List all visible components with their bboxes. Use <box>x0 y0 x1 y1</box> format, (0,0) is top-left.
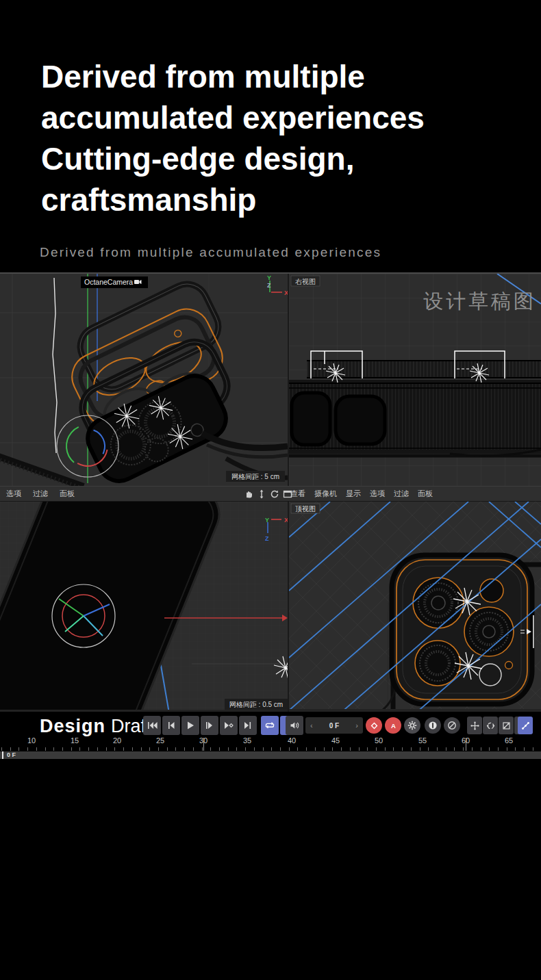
rotation-record-icon <box>447 721 457 730</box>
viewport-right-view[interactable]: 设计草稿图 右视图 <box>289 274 541 486</box>
menu-item-cameras[interactable]: 摄像机 <box>314 489 337 499</box>
hero-title-line: Derived from multiple <box>41 56 425 97</box>
frame-counter-field[interactable]: ‹ 0 F › <box>305 717 363 734</box>
speaker-icon <box>290 721 300 730</box>
rotate-view-icon[interactable] <box>270 489 279 499</box>
camera-label-chip[interactable]: OctaneCamera <box>81 276 148 288</box>
lens-large-1 <box>413 578 464 628</box>
autokey-letter-icon: A <box>389 721 398 730</box>
menu-item-panel[interactable]: 面板 <box>60 489 75 499</box>
viewport-menubar: 选项 过滤 面板 <box>0 486 541 502</box>
menu-item-view[interactable]: 查看 <box>290 489 305 499</box>
timeline-section: DesignDraft <box>0 712 541 980</box>
rotation-icon <box>486 721 495 730</box>
menu-item-options[interactable]: 选项 <box>6 489 21 499</box>
viewport-top-view[interactable]: 顶视图 <box>289 502 541 713</box>
autokey-record-button[interactable]: A <box>385 717 401 734</box>
ruler-number: 10 <box>27 736 36 745</box>
key-scale-button[interactable] <box>499 717 514 734</box>
key-pla-button[interactable] <box>518 717 533 734</box>
grid-spacing-chip: 网格间距 : 5 cm <box>226 471 285 482</box>
ruler-number: 50 <box>375 736 383 745</box>
viewport-divider <box>288 502 289 713</box>
hero-title-line: accumulated experiences <box>41 97 425 138</box>
svg-text:Z: Z <box>267 282 271 289</box>
key-position-button[interactable] <box>467 717 482 734</box>
menubar-right: 查看 摄像机 显示 选项 过滤 面板 <box>290 487 433 501</box>
jump-start-button[interactable] <box>143 716 161 735</box>
scale-icon <box>502 721 511 730</box>
ruler-number: 15 <box>71 736 79 745</box>
page: Derived from multiple accumulated experi… <box>0 0 541 980</box>
hero-section: Derived from multiple accumulated experi… <box>0 0 541 272</box>
svg-text:网格间距 : 5 cm: 网格间距 : 5 cm <box>231 473 279 480</box>
menu-item-filter[interactable]: 过滤 <box>394 489 409 499</box>
menu-item-panel[interactable]: 面板 <box>418 489 433 499</box>
design-word: Design <box>40 716 105 736</box>
frame-counter-value[interactable]: 0 F <box>329 722 339 730</box>
prev-frame-button[interactable] <box>162 716 180 735</box>
svg-text:顶视图: 顶视图 <box>295 505 316 513</box>
viewport-perspective[interactable]: OctaneCamera Y Z X 网格间距 : <box>0 274 288 486</box>
svg-text:Y: Y <box>265 517 269 524</box>
menubar-left: 选项 过滤 面板 <box>6 487 75 501</box>
loop-icon <box>264 721 275 730</box>
mic-circle <box>505 662 513 669</box>
prev-frame-icon <box>166 721 177 730</box>
timeline-range-bar[interactable]: 0 F <box>0 751 541 759</box>
design-draft-label: DesignDraft <box>40 716 151 736</box>
zoom-arrows-icon[interactable] <box>257 489 266 499</box>
next-frame-button[interactable] <box>201 716 218 735</box>
menu-item-filter[interactable]: 过滤 <box>33 489 48 499</box>
key-rotation-button[interactable] <box>483 717 498 734</box>
keyframe-selection-button[interactable] <box>404 717 420 734</box>
next-key-button[interactable] <box>220 716 238 735</box>
point-level-animation-icon <box>521 721 530 730</box>
ruler-number: 65 <box>505 736 513 745</box>
pan-hand-icon[interactable] <box>244 489 253 499</box>
sound-button[interactable] <box>286 716 303 735</box>
position-icon <box>470 721 479 730</box>
grid-spacing-chip: 网格间距 : 0.5 cm <box>225 699 288 710</box>
jump-end-button[interactable] <box>239 716 257 735</box>
next-key-icon <box>223 721 234 730</box>
ruler-number: 55 <box>418 736 427 745</box>
menu-item-display[interactable]: 显示 <box>346 489 361 499</box>
phone-side-profile <box>289 360 541 456</box>
ruler-number: 45 <box>331 736 340 745</box>
loop-mode-button[interactable] <box>261 716 279 735</box>
ruler-number: 25 <box>156 736 164 745</box>
jump-end-icon <box>242 721 253 730</box>
viewport-nav-icons <box>244 489 292 499</box>
keyframe-diamond-icon <box>370 721 379 730</box>
view-label-chip[interactable]: 右视图 <box>291 276 320 286</box>
hero-title-line: Cutting-edge design, <box>41 138 425 179</box>
jump-start-icon <box>147 721 158 730</box>
play-button[interactable] <box>181 716 199 735</box>
svg-text:Z: Z <box>265 535 269 542</box>
play-icon <box>185 721 196 730</box>
gear-icon <box>407 721 417 730</box>
camera-label: OctaneCamera <box>84 278 133 286</box>
ruler-number: 40 <box>288 736 296 745</box>
hero-title: Derived from multiple accumulated experi… <box>41 56 425 220</box>
lens-large-3 <box>415 641 460 686</box>
timeline-ruler[interactable]: 10 15 20 25 30 35 40 45 50 55 60 65 <box>0 736 541 751</box>
view-label-chip[interactable]: 顶视图 <box>291 504 320 513</box>
frame-increment-arrow[interactable]: › <box>355 721 358 730</box>
ruler-number: 35 <box>243 736 251 745</box>
position-record-icon <box>428 721 438 730</box>
svg-text:网格间距 : 0.5 cm: 网格间距 : 0.5 cm <box>229 701 283 708</box>
hero-subtitle: Derived from multiple accumulated experi… <box>40 245 381 260</box>
record-keyframe-button[interactable] <box>366 717 382 734</box>
svg-text:Y: Y <box>267 274 271 281</box>
watermark-text: 设计草稿图 <box>423 290 536 312</box>
frame-decrement-arrow[interactable]: ‹ <box>310 721 313 730</box>
record-position-button[interactable] <box>425 717 441 734</box>
menu-item-options[interactable]: 选项 <box>370 489 385 499</box>
hero-title-line: craftsmanship <box>41 179 425 220</box>
svg-text:A: A <box>391 722 396 730</box>
viewport-front-view[interactable]: Y X Z 网格间距 : 0.5 cm <box>0 502 288 713</box>
record-rotation-button[interactable] <box>444 717 460 734</box>
viewport-grid: OctaneCamera Y Z X 网格间距 : <box>0 272 541 712</box>
